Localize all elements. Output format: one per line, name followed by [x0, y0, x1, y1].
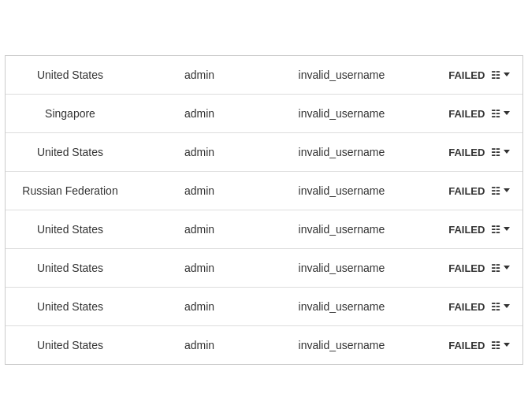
status-cell: FAILED ☷ [419, 133, 522, 172]
filter-icon[interactable]: ☷ [491, 262, 510, 274]
filter-icon[interactable]: ☷ [491, 108, 510, 120]
status-badge: FAILED ☷ [448, 147, 510, 158]
table-row: United States admin invalid_username FAI… [6, 210, 522, 249]
country-cell: United States [6, 249, 135, 288]
status-badge: FAILED ☷ [448, 301, 510, 313]
filter-icon[interactable]: ☷ [491, 340, 510, 351]
country-cell: United States [6, 133, 135, 172]
status-badge: FAILED ☷ [448, 108, 510, 120]
table-row: United States admin invalid_username FAI… [6, 249, 522, 288]
table-row: United States admin invalid_username FAI… [6, 288, 522, 326]
status-badge: FAILED ☷ [448, 185, 510, 197]
login-attempts-table: United States admin invalid_username FAI… [5, 55, 523, 365]
country-cell: United States [6, 326, 135, 365]
status-cell: FAILED ☷ [419, 288, 522, 326]
country-cell: Singapore [6, 95, 135, 133]
table-row: United States admin invalid_username FAI… [6, 133, 522, 172]
filter-icon[interactable]: ☷ [491, 147, 510, 158]
status-badge: FAILED ☷ [448, 69, 510, 81]
table-row: Russian Federation admin invalid_usernam… [6, 172, 522, 210]
table-row: United States admin invalid_username FAI… [6, 326, 522, 365]
user-cell: admin [135, 288, 264, 326]
reason-cell: invalid_username [264, 326, 419, 365]
reason-cell: invalid_username [264, 172, 419, 210]
status-badge: FAILED ☷ [448, 262, 510, 274]
status-badge: FAILED ☷ [448, 340, 510, 351]
status-cell: FAILED ☷ [419, 172, 522, 210]
reason-cell: invalid_username [264, 56, 419, 95]
user-cell: admin [135, 133, 264, 172]
status-badge: FAILED ☷ [448, 224, 510, 236]
reason-cell: invalid_username [264, 133, 419, 172]
table-row: United States admin invalid_username FAI… [6, 56, 522, 95]
country-cell: United States [6, 56, 135, 95]
status-cell: FAILED ☷ [419, 56, 522, 95]
user-cell: admin [135, 210, 264, 249]
user-cell: admin [135, 172, 264, 210]
user-cell: admin [135, 326, 264, 365]
status-cell: FAILED ☷ [419, 210, 522, 249]
filter-icon[interactable]: ☷ [491, 301, 510, 313]
status-cell: FAILED ☷ [419, 95, 522, 133]
country-cell: United States [6, 210, 135, 249]
filter-icon[interactable]: ☷ [491, 224, 510, 236]
user-cell: admin [135, 56, 264, 95]
country-cell: United States [6, 288, 135, 326]
status-cell: FAILED ☷ [419, 249, 522, 288]
reason-cell: invalid_username [264, 95, 419, 133]
country-cell: Russian Federation [6, 172, 135, 210]
reason-cell: invalid_username [264, 288, 419, 326]
user-cell: admin [135, 95, 264, 133]
user-cell: admin [135, 249, 264, 288]
status-cell: FAILED ☷ [419, 326, 522, 365]
filter-icon[interactable]: ☷ [491, 185, 510, 197]
reason-cell: invalid_username [264, 210, 419, 249]
reason-cell: invalid_username [264, 249, 419, 288]
filter-icon[interactable]: ☷ [491, 69, 510, 81]
table-row: Singapore admin invalid_username FAILED … [6, 95, 522, 133]
